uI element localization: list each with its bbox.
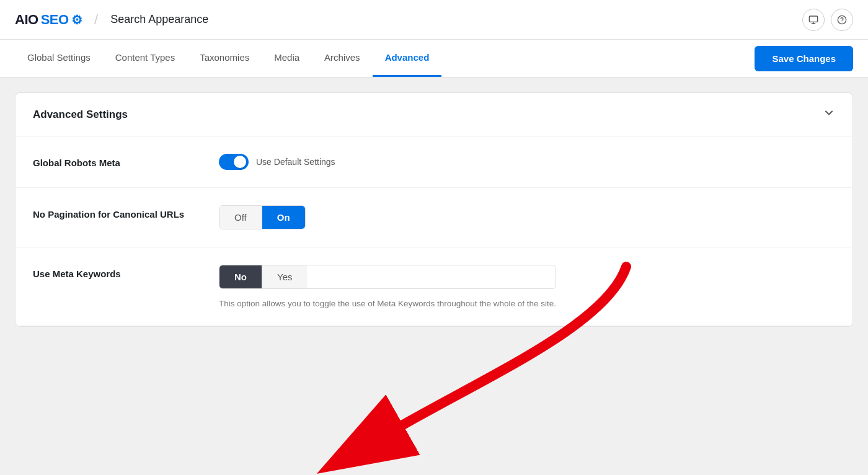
tab-bar: Global Settings Content Types Taxonomies… [0, 40, 868, 78]
no-button[interactable]: No [219, 265, 262, 288]
off-button[interactable]: Off [219, 206, 262, 229]
global-robots-meta-control: Use Default Settings [219, 154, 335, 170]
meta-keywords-description: This option allows you to toggle the use… [219, 299, 556, 308]
monitor-icon-button[interactable] [802, 9, 825, 31]
no-pagination-label: No Pagination for Canonical URLs [33, 205, 194, 220]
advanced-settings-title: Advanced Settings [33, 109, 128, 121]
tabs-container: Global Settings Content Types Taxonomies… [15, 40, 441, 77]
page-title: Search Appearance [110, 13, 208, 26]
header-right [802, 9, 853, 31]
use-meta-keywords-row: Use Meta Keywords No Yes This option all… [16, 247, 852, 326]
advanced-settings-card: Advanced Settings Global Robots Meta [15, 92, 853, 327]
logo-seo-text: SEO [41, 12, 69, 28]
header-divider: / [94, 12, 98, 28]
use-meta-keywords-control: No Yes This option allows you to toggle … [219, 265, 556, 308]
help-icon-button[interactable] [831, 9, 853, 31]
chevron-down-icon [823, 107, 835, 122]
tab-taxonomies[interactable]: Taxonomies [187, 40, 262, 77]
aioseo-logo: AIOSEO ⚙ [15, 12, 82, 28]
save-changes-button[interactable]: Save Changes [755, 46, 853, 71]
tab-advanced[interactable]: Advanced [373, 40, 442, 77]
toggle-label: Use Default Settings [256, 157, 335, 167]
gear-icon: ⚙ [71, 12, 82, 27]
top-header: AIOSEO ⚙ / Search Appearance [0, 0, 868, 40]
tab-content-types[interactable]: Content Types [103, 40, 187, 77]
off-on-button-group: Off On [219, 205, 306, 229]
yes-button[interactable]: Yes [262, 265, 307, 288]
global-robots-meta-toggle-row: Use Default Settings [219, 154, 335, 170]
tab-media[interactable]: Media [262, 40, 312, 77]
no-pagination-control: Off On [219, 205, 306, 229]
global-robots-meta-toggle[interactable] [219, 154, 249, 170]
tab-archives[interactable]: Archives [312, 40, 373, 77]
global-robots-meta-row: Global Robots Meta Use Default Settings [16, 136, 852, 188]
global-robots-meta-label: Global Robots Meta [33, 154, 194, 168]
advanced-settings-header[interactable]: Advanced Settings [16, 93, 852, 136]
no-pagination-row: No Pagination for Canonical URLs Off On [16, 188, 852, 247]
on-button[interactable]: On [262, 206, 305, 229]
use-meta-keywords-label: Use Meta Keywords [33, 265, 194, 279]
no-yes-button-group: No Yes [219, 265, 556, 289]
svg-rect-0 [809, 16, 817, 22]
header-left: AIOSEO ⚙ / Search Appearance [15, 12, 208, 28]
main-content: Advanced Settings Global Robots Meta [0, 78, 868, 342]
logo-aio-text: AIO [15, 12, 38, 28]
tab-global-settings[interactable]: Global Settings [15, 40, 103, 77]
